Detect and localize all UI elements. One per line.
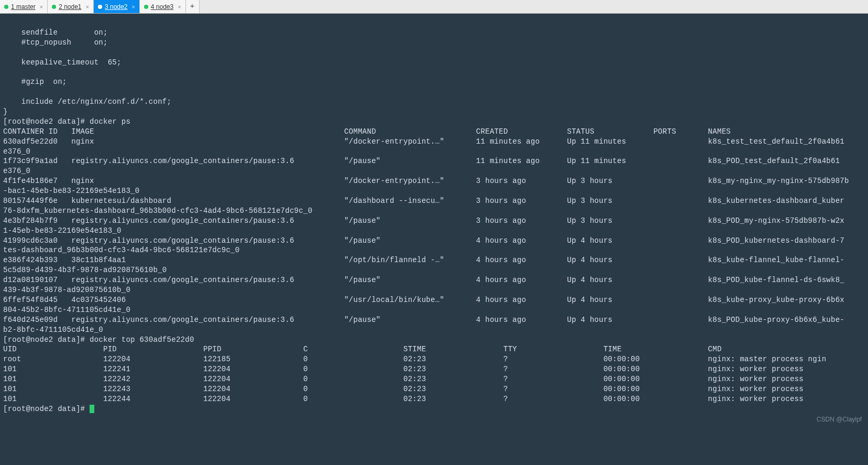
tab-label: 2 node1	[59, 3, 81, 10]
terminal-output[interactable]: sendfile on; #tcp_nopush on; keepalive_t…	[0, 14, 868, 418]
tab-label: 3 node2	[105, 3, 127, 10]
tab-label: 4 node3	[151, 3, 173, 10]
tab-node2[interactable]: 3 node2 ×	[94, 0, 140, 13]
status-dot-icon	[4, 5, 8, 9]
tab-node1[interactable]: 2 node1 ×	[48, 0, 94, 13]
close-icon[interactable]: ×	[86, 4, 89, 10]
status-dot-icon	[98, 5, 102, 9]
add-tab-button[interactable]: +	[186, 0, 200, 13]
status-dot-icon	[52, 5, 56, 9]
close-icon[interactable]: ×	[131, 4, 135, 10]
tab-label: 1 master	[11, 3, 36, 10]
tab-node3[interactable]: 4 node3 ×	[140, 0, 186, 13]
watermark: CSDN @Claylpf	[817, 416, 862, 423]
tab-master[interactable]: 1 master ×	[0, 0, 48, 13]
close-icon[interactable]: ×	[40, 4, 43, 10]
cursor	[90, 405, 94, 413]
tab-bar: 1 master × 2 node1 × 3 node2 × 4 node3 ×…	[0, 0, 868, 14]
close-icon[interactable]: ×	[178, 4, 181, 10]
status-dot-icon	[144, 5, 148, 9]
